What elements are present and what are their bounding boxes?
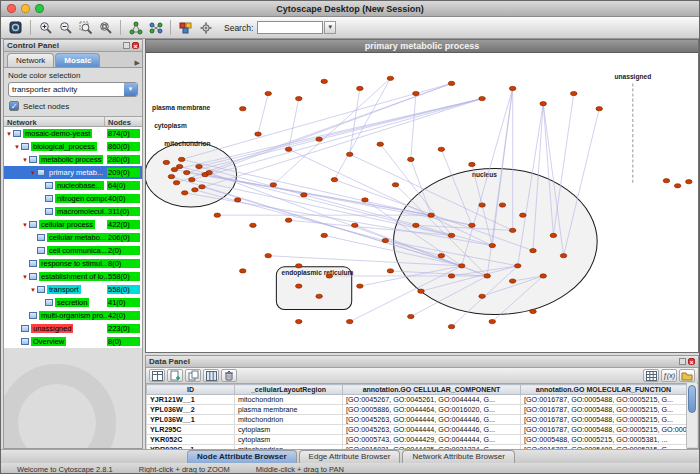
network-node[interactable]	[387, 269, 394, 273]
network-node[interactable]	[560, 254, 567, 258]
network-node[interactable]	[438, 147, 445, 151]
network-node[interactable]	[448, 233, 455, 237]
tree-row[interactable]: ▼mosaic-demo-yeast874(0)	[4, 127, 142, 140]
tree-row[interactable]: ▼biological_process860(0)	[4, 140, 142, 153]
network-node[interactable]	[484, 274, 491, 278]
zoom-selected-region-icon[interactable]	[76, 18, 95, 37]
table-cell[interactable]: [GO:0016787, GO:0005488, GO:0005215, G..…	[521, 415, 687, 425]
network-node[interactable]	[469, 162, 476, 166]
network-node[interactable]	[357, 284, 364, 288]
network-node[interactable]	[234, 198, 241, 202]
table-cell[interactable]: YPL036W__2	[147, 405, 235, 415]
network-node[interactable]	[408, 314, 415, 318]
tree-row[interactable]: unassigned223(0)	[4, 322, 142, 335]
table-cell[interactable]: [GO:0005743, GO:0044429, GO:0044444, G..…	[343, 435, 521, 445]
network-node[interactable]	[270, 183, 277, 187]
table-cell[interactable]: cytoplasm	[235, 425, 343, 435]
column-header[interactable]: annotation.GO CELLULAR_COMPONENT	[343, 385, 521, 395]
expand-arrow-icon[interactable]: ▼	[13, 144, 21, 150]
network-node[interactable]	[387, 76, 394, 80]
column-header[interactable]: annotation.GO MOLECULAR_FUNCTION	[521, 385, 687, 395]
close-panel-icon[interactable]: ×	[688, 358, 695, 365]
tree-row[interactable]: cell communica...2(0)	[4, 244, 142, 257]
network-node[interactable]	[181, 191, 188, 195]
network-canvas[interactable]: mitochondrionnucleusendoplasmic reticulu…	[146, 53, 698, 352]
attribute-matrix-icon[interactable]	[643, 369, 659, 382]
network-node[interactable]	[509, 279, 516, 283]
network-node[interactable]	[489, 319, 496, 323]
network-node[interactable]	[663, 179, 670, 183]
network-node[interactable]	[192, 188, 199, 192]
network-node[interactable]	[674, 184, 681, 188]
float-panel-icon[interactable]	[679, 358, 686, 365]
network-node[interactable]	[362, 198, 369, 202]
scrollbar-thumb[interactable]	[688, 385, 696, 413]
network-node[interactable]	[530, 309, 537, 313]
network-node[interactable]	[316, 294, 323, 298]
network-node[interactable]	[316, 137, 323, 141]
tree-row[interactable]: secretion41(0)	[4, 296, 142, 309]
delete-attribute-trash-icon[interactable]	[221, 369, 237, 382]
table-cell[interactable]: [GO:0005488, GO:0005215, GO:0005381, ...	[521, 435, 687, 445]
network-node[interactable]	[438, 254, 445, 258]
network-node[interactable]	[296, 96, 303, 100]
network-node[interactable]	[265, 254, 272, 258]
network-node[interactable]	[296, 319, 303, 323]
network-node[interactable]	[596, 107, 603, 111]
network-node[interactable]	[296, 284, 303, 288]
network-node[interactable]	[250, 223, 257, 227]
network-node[interactable]	[239, 269, 246, 273]
table-row[interactable]: YJR121W__1mitochondrion[GO:0045267, GO:0…	[147, 395, 687, 405]
network-node[interactable]	[296, 264, 303, 268]
tree-header-network[interactable]: Network	[4, 117, 105, 126]
expand-arrow-icon[interactable]: ▼	[21, 222, 29, 228]
network-node[interactable]	[530, 249, 537, 253]
tree-row[interactable]: response to stimul...8(0)	[4, 257, 142, 270]
network-node[interactable]	[377, 142, 384, 146]
network-node[interactable]	[520, 213, 527, 217]
network-node[interactable]	[479, 96, 486, 100]
network-node[interactable]	[265, 91, 272, 95]
table-row[interactable]: YKR052Ccytoplasm[GO:0005743, GO:0044429,…	[147, 435, 687, 445]
network-node[interactable]	[357, 86, 364, 90]
network-node[interactable]	[301, 193, 308, 197]
tree-row[interactable]: ▼metabolic process280(0)	[4, 153, 142, 166]
network-node[interactable]	[331, 178, 338, 182]
table-cell[interactable]: [GO:0045267, GO:0045261, GO:0044444, G..…	[343, 395, 521, 405]
network-overview-icon[interactable]	[146, 18, 165, 37]
preferences-icon[interactable]	[196, 18, 215, 37]
network-node[interactable]	[448, 81, 455, 85]
network-node[interactable]	[321, 79, 328, 83]
expand-arrow-icon[interactable]: ▼	[29, 287, 37, 293]
network-node[interactable]	[514, 264, 521, 268]
zoom-in-icon[interactable]	[36, 18, 55, 37]
table-cell[interactable]: cytoplasm	[235, 435, 343, 445]
tree-row[interactable]: multi-organism pro...42(0)	[4, 309, 142, 322]
zoom-out-icon[interactable]	[56, 18, 75, 37]
search-input[interactable]	[257, 21, 323, 34]
column-header[interactable]: ID	[147, 385, 235, 395]
table-scrollbar[interactable]	[686, 383, 697, 447]
network-node[interactable]	[321, 233, 328, 237]
network-node[interactable]	[550, 233, 557, 237]
network-node[interactable]	[183, 170, 190, 174]
table-cell[interactable]: mitochondrion	[235, 415, 343, 425]
network-node[interactable]	[540, 102, 547, 106]
network-node[interactable]	[326, 274, 333, 278]
network-node[interactable]	[570, 91, 577, 95]
expand-arrow-icon[interactable]: ▼	[29, 170, 37, 176]
network-node[interactable]	[168, 175, 175, 179]
network-node[interactable]	[408, 157, 415, 161]
tab-node-attribute-browser[interactable]: Node Attribute Browser	[187, 450, 297, 463]
tree-row[interactable]: macromolecul...311(0)	[4, 205, 142, 218]
app-icon[interactable]	[6, 18, 25, 37]
expand-arrow-icon[interactable]: ▼	[21, 274, 29, 280]
tree-row[interactable]: ▼establishment of lo...558(0)	[4, 270, 142, 283]
combo-chevron-down-icon[interactable]: ▼	[124, 83, 137, 96]
network-node[interactable]	[540, 274, 547, 278]
create-attribute-icon[interactable]	[167, 369, 183, 382]
tab-network-attribute-browser[interactable]: Network Attribute Browser	[402, 450, 514, 463]
network-node[interactable]	[285, 147, 292, 151]
table-cell[interactable]: [GO:0016787, GO:0005488, GO:0005215, G..…	[521, 395, 687, 405]
network-node[interactable]	[458, 264, 465, 268]
